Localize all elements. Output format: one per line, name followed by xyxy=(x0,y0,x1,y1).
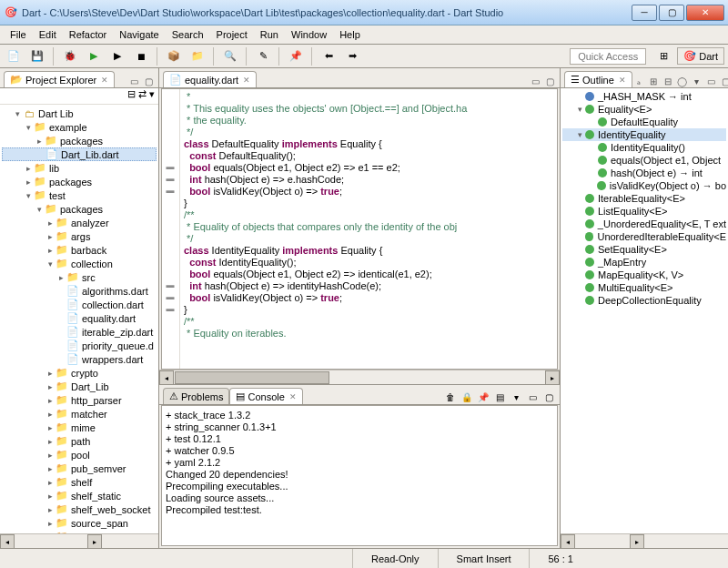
tree-folder[interactable]: ▸📁Dart_Lib xyxy=(2,380,157,393)
back-button[interactable]: ⬅ xyxy=(318,46,339,66)
console-tab[interactable]: ▤ Console ✕ xyxy=(229,388,302,404)
clear-console-icon[interactable]: 🗑 xyxy=(443,390,458,404)
minimize-view-icon[interactable]: ▭ xyxy=(705,75,718,87)
outline-item[interactable]: ▾ Equality<E> xyxy=(562,103,726,116)
code-editor[interactable]: ▬▬▬▬▬▬ * * This equality uses the object… xyxy=(161,88,558,370)
menu-run[interactable]: Run xyxy=(254,27,285,42)
minimize-button[interactable]: ─ xyxy=(632,5,657,21)
editor-hscroll[interactable]: ◂ ▸ xyxy=(159,370,560,384)
perspective-dart[interactable]: 🎯 Dart xyxy=(677,47,724,65)
outline-item[interactable]: DefaultEquality xyxy=(562,116,726,128)
tree-folder[interactable]: ▸📁shelf xyxy=(2,475,157,489)
close-icon[interactable]: ✕ xyxy=(619,76,626,85)
link-editor-icon[interactable]: ⇄ xyxy=(138,88,147,104)
close-icon[interactable]: ✕ xyxy=(101,76,108,85)
tree-file[interactable]: 📄collection.dart xyxy=(2,298,157,311)
minimize-view-icon[interactable]: ▭ xyxy=(525,390,540,404)
tree-folder[interactable]: ▸📁analyzer xyxy=(2,216,157,229)
outline-item[interactable]: UnorderedIterableEquality<E xyxy=(562,230,726,243)
outline-item[interactable]: isValidKey(Object o) → bo xyxy=(562,179,726,192)
project-explorer-tab[interactable]: 📂 Project Explorer ✕ xyxy=(4,71,115,87)
outline-item[interactable]: equals(Object e1, Object xyxy=(562,154,726,167)
view-menu-icon[interactable]: ▾ xyxy=(691,75,703,87)
menu-edit[interactable]: Edit xyxy=(33,27,63,42)
tree-folder[interactable]: ▸📁http_parser xyxy=(2,393,157,407)
tree-folder[interactable]: ▸📁pool xyxy=(2,448,157,462)
new-button[interactable]: 📄 xyxy=(4,46,24,66)
hide-static-icon[interactable]: ⊟ xyxy=(662,75,674,87)
minimize-view-icon[interactable]: ▭ xyxy=(529,75,541,87)
tree-file[interactable]: 📄algorithms.dart xyxy=(2,284,157,298)
outline-tab[interactable]: ☰ Outline ✕ xyxy=(564,71,632,87)
outline-item[interactable]: _HASH_MASK → int xyxy=(562,90,726,103)
save-button[interactable]: 💾 xyxy=(27,46,47,66)
tree-folder[interactable]: ▸📁lib xyxy=(2,161,157,175)
view-menu-icon[interactable]: ▾ xyxy=(149,88,155,104)
tree-folder[interactable]: ▸📁packages xyxy=(2,134,157,147)
close-icon[interactable]: ✕ xyxy=(243,76,250,85)
debug-button[interactable]: 🐞 xyxy=(60,46,80,66)
tree-file[interactable]: 📄equality.dart xyxy=(2,311,157,325)
menu-file[interactable]: File xyxy=(4,27,33,42)
outline-item[interactable]: IdentityEquality() xyxy=(562,141,726,154)
tree-folder[interactable]: ▸📁matcher xyxy=(2,407,157,421)
outline-item[interactable]: MultiEquality<E> xyxy=(562,281,726,294)
menu-window[interactable]: Window xyxy=(285,27,333,42)
tree-folder[interactable]: ▸📁args xyxy=(2,229,157,243)
tree-file[interactable]: 📄priority_queue.d xyxy=(2,339,157,352)
outline-item[interactable]: hash(Object e) → int xyxy=(562,167,726,179)
tree-folder[interactable]: ▾📁test xyxy=(2,188,157,202)
toggle-mark-button[interactable]: ✎ xyxy=(253,46,273,66)
tree-folder[interactable]: ▸📁path xyxy=(2,434,157,448)
tree-folder[interactable]: ▸📁src xyxy=(2,270,157,284)
outline-item[interactable]: ListEquality<E> xyxy=(562,205,726,218)
sort-icon[interactable]: ₐ xyxy=(632,75,645,87)
tree-folder[interactable]: ▸📁crypto xyxy=(2,366,157,380)
outline-tree[interactable]: _HASH_MASK → int▾ Equality<E> DefaultEqu… xyxy=(561,88,728,533)
pin-console-icon[interactable]: 📌 xyxy=(476,390,490,404)
outline-item[interactable]: SetEquality<E> xyxy=(562,243,726,256)
run-button[interactable]: ▶ xyxy=(84,46,104,66)
tree-folder[interactable]: ▾🗀Dart Lib xyxy=(2,106,157,120)
new-package-button[interactable]: 📦 xyxy=(164,46,184,66)
tree-folder[interactable]: ▸📁pub_semver xyxy=(2,462,157,475)
collapse-all-icon[interactable]: ⊟ xyxy=(127,88,136,104)
problems-tab[interactable]: ⚠ Problems xyxy=(163,388,229,404)
tree-file[interactable]: 📄Dart_Lib.dart xyxy=(2,147,157,161)
pin-button[interactable]: 📌 xyxy=(286,46,306,66)
tree-folder[interactable]: ▾📁packages xyxy=(2,202,157,216)
minimize-view-icon[interactable]: ▭ xyxy=(127,75,140,87)
menu-navigate[interactable]: Navigate xyxy=(113,27,165,42)
maximize-view-icon[interactable]: ▢ xyxy=(142,75,155,87)
display-selected-icon[interactable]: ▤ xyxy=(492,390,507,404)
open-console-icon[interactable]: ▾ xyxy=(509,390,523,404)
editor-tab-equality[interactable]: 📄 equality.dart ✕ xyxy=(163,71,257,87)
close-button[interactable]: ✕ xyxy=(686,5,724,21)
menu-refactor[interactable]: Refactor xyxy=(63,27,114,42)
search-button[interactable]: 🔍 xyxy=(220,46,240,66)
maximize-button[interactable]: ▢ xyxy=(659,5,684,21)
hide-fields-icon[interactable]: ⊞ xyxy=(647,75,660,87)
open-perspective-button[interactable]: ⊞ xyxy=(653,46,673,66)
new-folder-button[interactable]: 📁 xyxy=(187,46,207,66)
outline-item[interactable]: _UnorderedEquality<E, T ext xyxy=(562,218,726,230)
outline-item[interactable]: DeepCollectionEquality xyxy=(562,294,726,307)
menu-project[interactable]: Project xyxy=(210,27,254,42)
tree-file[interactable]: 📄iterable_zip.dart xyxy=(2,325,157,339)
tree-folder[interactable]: ▾📁example xyxy=(2,120,157,134)
outline-item[interactable]: IterableEquality<E> xyxy=(562,192,726,205)
outline-item[interactable]: MapEquality<K, V> xyxy=(562,269,726,281)
menu-help[interactable]: Help xyxy=(333,27,367,42)
tree-folder[interactable]: ▸📁source_span xyxy=(2,516,157,530)
tree-folder[interactable]: ▸📁shelf_static xyxy=(2,489,157,502)
outline-item[interactable]: _MapEntry xyxy=(562,256,726,269)
forward-button[interactable]: ➡ xyxy=(342,46,362,66)
project-explorer-hscroll[interactable]: ◂ ▸ xyxy=(0,533,158,548)
close-icon[interactable]: ✕ xyxy=(289,392,297,401)
tree-folder[interactable]: ▸📁barback xyxy=(2,243,157,257)
project-tree[interactable]: ▾🗀Dart Lib▾📁example▸📁packages 📄Dart_Lib.… xyxy=(0,105,158,533)
tree-folder[interactable]: ▸📁packages xyxy=(2,175,157,188)
quick-access-field[interactable]: Quick Access xyxy=(570,48,646,65)
tree-folder[interactable]: ▸📁mime xyxy=(2,421,157,434)
stop-button[interactable]: ⏹ xyxy=(131,46,151,66)
